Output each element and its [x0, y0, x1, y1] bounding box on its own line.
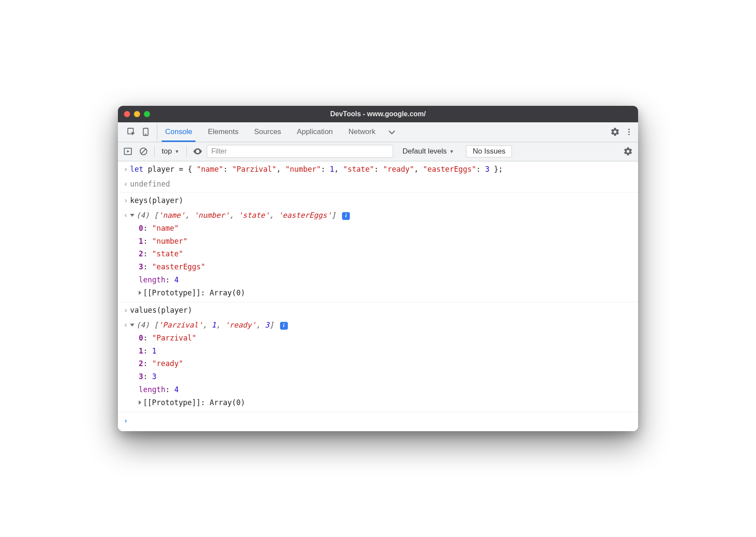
svg-marker-7	[127, 151, 130, 153]
array-item[interactable]: 0: "Parzival"	[139, 332, 633, 345]
inspect-element-icon[interactable]	[125, 125, 138, 138]
tab-sources[interactable]: Sources	[246, 122, 289, 142]
array-item[interactable]: 1: "number"	[139, 235, 633, 248]
panel-tabs: Console Elements Sources Application Net…	[157, 122, 401, 142]
console-toolbar: top ▼ Default levels ▼ No Issues	[118, 142, 638, 161]
tabs-overflow-icon[interactable]	[383, 122, 401, 142]
svg-point-4	[628, 131, 629, 133]
filter-input[interactable]	[207, 145, 393, 158]
traffic-lights	[124, 111, 150, 117]
live-expression-icon[interactable]	[191, 145, 204, 158]
array-item[interactable]: 2: "state"	[139, 248, 633, 261]
array-item[interactable]: 2: "ready"	[139, 357, 633, 370]
info-badge-icon[interactable]: i	[280, 322, 288, 330]
context-label: top	[162, 147, 172, 156]
devtools-window: DevTools - www.google.com/ Console Eleme…	[118, 106, 638, 431]
device-toggle-icon[interactable]	[140, 125, 153, 138]
tab-console[interactable]: Console	[157, 122, 200, 142]
disclosure-triangle-icon[interactable]	[130, 324, 134, 327]
array-item[interactable]: 1: 1	[139, 345, 633, 358]
tab-application[interactable]: Application	[289, 122, 341, 142]
output-chevron-icon: ‹	[121, 178, 130, 191]
array-length[interactable]: length: 4	[139, 383, 633, 396]
console-input-code[interactable]: keys(player)	[130, 194, 633, 207]
array-items: 0: "Parzival" 1: 1 2: "ready" 3: 3 lengt…	[121, 332, 633, 409]
disclosure-triangle-icon[interactable]	[139, 291, 141, 295]
array-items: 0: "name" 1: "number" 2: "state" 3: "eas…	[121, 222, 633, 300]
array-length[interactable]: length: 4	[139, 274, 633, 287]
svg-line-9	[141, 149, 146, 154]
disclosure-triangle-icon[interactable]	[130, 214, 134, 217]
chevron-down-icon: ▼	[175, 149, 179, 154]
array-prototype[interactable]: [[Prototype]]: Array(0)	[139, 287, 633, 300]
output-chevron-icon: ‹	[121, 319, 130, 332]
prompt-chevron-icon: ›	[121, 415, 130, 428]
context-selector[interactable]: top ▼	[159, 147, 182, 156]
input-chevron-icon: ›	[121, 163, 130, 176]
svg-point-10	[197, 151, 199, 152]
chevron-down-icon: ▼	[450, 149, 454, 154]
tabbar-right	[609, 122, 638, 142]
close-window-button[interactable]	[124, 111, 130, 117]
console-result-block: ‹ (4) ['Parzival', 1, 'ready', 3] i 0: "…	[118, 317, 638, 412]
array-item[interactable]: 3: "easterEggs"	[139, 261, 633, 274]
array-summary[interactable]: (4) ['Parzival', 1, 'ready', 3] i	[130, 319, 633, 332]
input-chevron-icon: ›	[121, 194, 130, 207]
clear-console-icon[interactable]	[137, 145, 150, 158]
array-summary[interactable]: (4) ['name', 'number', 'state', 'easterE…	[130, 209, 633, 222]
input-chevron-icon: ›	[121, 304, 130, 317]
console-input-row: › let player = { "name": "Parzival", "nu…	[118, 161, 638, 176]
array-item[interactable]: 3: 3	[139, 370, 633, 383]
console-prompt-row[interactable]: ›	[118, 412, 638, 431]
console-result-row: ‹ undefined	[118, 176, 638, 193]
output-chevron-icon: ‹	[121, 209, 130, 222]
console-input-row: › values(player)	[118, 302, 638, 317]
console-input-code[interactable]: values(player)	[130, 304, 633, 317]
maximize-window-button[interactable]	[144, 111, 150, 117]
array-prototype[interactable]: [[Prototype]]: Array(0)	[139, 396, 633, 409]
console-input-row: › keys(player)	[118, 193, 638, 207]
log-levels-label: Default levels	[403, 147, 447, 156]
kebab-menu-icon[interactable]	[622, 125, 635, 138]
console-output: › let player = { "name": "Parzival", "nu…	[118, 161, 638, 431]
titlebar: DevTools - www.google.com/	[118, 106, 638, 122]
console-result-block: ‹ (4) ['name', 'number', 'state', 'easte…	[118, 207, 638, 302]
panel-tabbar: Console Elements Sources Application Net…	[118, 122, 638, 142]
toggle-sidebar-icon[interactable]	[121, 145, 134, 158]
tab-network[interactable]: Network	[341, 122, 383, 142]
console-settings-gear-icon[interactable]	[622, 145, 635, 158]
tabbar-left-icons	[121, 122, 157, 142]
tab-elements[interactable]: Elements	[200, 122, 246, 142]
minimize-window-button[interactable]	[134, 111, 140, 117]
array-item[interactable]: 0: "name"	[139, 222, 633, 235]
svg-point-5	[628, 134, 629, 135]
svg-point-3	[628, 129, 629, 130]
issues-button[interactable]: No Issues	[466, 145, 512, 157]
disclosure-triangle-icon[interactable]	[139, 400, 141, 405]
console-input-code[interactable]: let player = { "name": "Parzival", "numb…	[130, 163, 633, 176]
result-undefined: undefined	[130, 178, 633, 191]
info-badge-icon[interactable]: i	[342, 212, 350, 220]
settings-gear-icon[interactable]	[609, 125, 622, 138]
window-title: DevTools - www.google.com/	[118, 110, 638, 118]
log-levels-selector[interactable]: Default levels ▼	[398, 147, 459, 156]
